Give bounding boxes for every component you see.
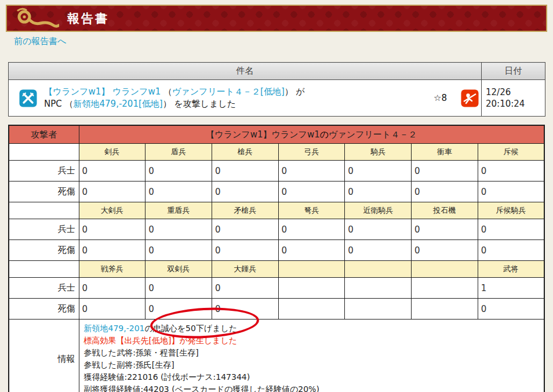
casualties-row: 死傷 0 0 0 0 0 0 0 [9,240,544,261]
soldier-count-cell: 0 [212,219,278,240]
soldier-count-cell: 0 [478,161,544,182]
casualty-count-cell [278,299,345,320]
casualty-count-cell: 0 [278,240,345,261]
soldier-count-cell [412,278,478,299]
previous-report-link[interactable]: 前の報告書へ [14,36,67,47]
soldier-count-cell: 0 [79,278,145,299]
casualty-count-cell: 0 [412,182,478,202]
unit-header-cell: 盾兵 [145,144,212,161]
casualty-count-cell: 0 [145,240,212,261]
subject-line-1: 【ウランフw1】 ウランフw1 （ヴァンフリート４－２[低地]） が [44,86,305,98]
date-value-line2: 20:10:24 [486,98,544,110]
origin-base-link[interactable]: ヴァンフリート４－２[低地] [172,86,285,97]
unit-header-cell: 大鍾兵 [212,261,278,278]
unit-header-cell: 弩兵 [278,202,345,219]
subject-column-header: 件名 [9,63,482,80]
info-line-deputy-exp: 副将獲得経験値:44203 (ベースカードの獲得した経験値の20%) [84,383,540,392]
unit-header-cell [412,261,478,278]
unit-header-row: 大剣兵 重盾兵 矛槍兵 弩兵 近衛騎兵 投石機 斥候騎兵 [9,202,544,219]
unit-header-cell: 近衛騎兵 [345,202,412,219]
casualty-count-cell: 0 [345,182,412,202]
soldier-count-cell: 0 [345,161,412,182]
corner-cell [9,202,79,219]
soldiers-row: 兵士 0 0 0 1 [9,278,544,299]
unit-header-row: 戦斧兵 双剣兵 大鍾兵 武将 [9,261,544,278]
date-value-line1: 12/26 [486,86,544,98]
target-territory-link[interactable]: 新領地479,-201[低地] [74,99,163,109]
casualty-count-cell: 0 [278,182,345,202]
casualties-row-label: 死傷 [9,299,79,320]
soldier-count-cell: 0 [278,219,345,240]
soldier-count-cell: 0 [412,219,478,240]
corner-cell [9,144,79,161]
attacker-label: 攻撃者 [9,125,79,144]
casualties-row: 死傷 0 0 0 0 [9,299,544,320]
subject-header-row: 件名 日付 [9,63,545,80]
attacker-name: 【ウランフw1】ウランフw1 [206,129,319,140]
casualty-count-cell: 0 [345,240,412,261]
page-title: 報告書 [67,10,109,27]
casualty-count-cell: 0 [145,299,212,320]
soldiers-row-label: 兵士 [9,278,79,299]
plain-text: ） が [285,86,305,97]
subject-line-2: NPC （新領地479,-201[低地]） を攻撃しました [44,98,305,110]
unit-header-cell: 衝車 [412,144,478,161]
unit-header-cell: 大剣兵 [79,202,145,219]
soldiers-row: 兵士 0 0 0 0 0 0 0 [9,161,544,182]
soldiers-row-label: 兵士 [9,161,79,182]
soldier-count-cell: 0 [478,219,544,240]
army-base-name: ヴァンフリート４－２ [329,129,417,140]
casualty-count-cell [412,299,478,320]
soldier-count-cell: 1 [478,278,544,299]
crossed-swords-icon [19,89,37,107]
territory-link[interactable]: 新領地479,-201 [84,324,145,333]
unit-header-cell: 剣兵 [79,144,145,161]
unit-header-cell: 槍兵 [212,144,278,161]
soldier-count-cell: 0 [145,278,212,299]
info-line-generals: 参戦した武将:孫策・程普[生存] [84,347,540,359]
report-header-banner: 報告書 [6,5,547,32]
casualty-count-cell: 0 [212,182,278,202]
casualty-count-cell: 0 [79,299,145,320]
casualty-count-cell: 0 [79,182,145,202]
casualties-row: 死傷 0 0 0 0 0 0 0 [9,182,544,202]
soldier-count-cell: 0 [212,161,278,182]
casualty-count-cell: 0 [478,299,544,320]
plain-text: ） を攻撃しました [163,99,237,109]
soldiers-row: 兵士 0 0 0 0 0 0 0 [9,219,544,240]
casualty-count-cell: 0 [412,240,478,261]
casualty-count-cell: 0 [145,182,212,202]
subject-text: 【ウランフw1】 ウランフw1 （ヴァンフリート４－２[低地]） が NPC （… [44,86,305,110]
info-row-label: 情報 [9,320,79,392]
attacker-army-title: 【ウランフw1】ウランフw1のヴァンフリート４－２ [79,125,544,144]
casualty-count-cell: 0 [478,240,544,261]
info-row: 情報 新領地479,-201の忠誠心を50下げました 標高効果【出兵先[低地]】… [9,320,544,392]
casualty-count-cell: 0 [79,240,145,261]
unit-header-cell: 戦斧兵 [79,261,145,278]
unit-header-cell: 騎兵 [345,144,412,161]
alliance-tag-link[interactable]: 【ウランフw1】 [44,86,110,97]
unit-header-cell: 弓兵 [278,144,345,161]
star-rating: ☆8 [434,93,447,103]
unit-header-row: 剣兵 盾兵 槍兵 弓兵 騎兵 衝車 斥候 [9,144,544,161]
casualties-row-label: 死傷 [9,240,79,261]
unit-header-cell: 投石機 [412,202,478,219]
plain-text: （ [161,86,172,97]
attack-soldier-icon [461,89,479,107]
casualty-count-cell: 0 [212,299,278,320]
player-name-link[interactable]: ウランフw1 [110,86,161,97]
casualty-count-cell [345,299,412,320]
unit-header-cell: 重盾兵 [145,202,212,219]
unit-header-cell: 斥候 [478,144,544,161]
casualty-count-cell: 0 [212,240,278,261]
info-line-deputy: 参戦した副将:孫氏[生存] [84,359,540,371]
soldier-count-cell: 0 [79,161,145,182]
battle-report-table: 攻撃者 【ウランフw1】ウランフw1のヴァンフリート４－２ 剣兵 盾兵 槍兵 弓… [8,125,545,392]
unit-header-cell [278,261,345,278]
date-column-header: 日付 [482,63,545,80]
soldier-count-cell [345,278,412,299]
subject-cell: 【ウランフw1】 ウランフw1 （ヴァンフリート４－２[低地]） が NPC （… [9,80,482,117]
soldier-count-cell: 0 [412,161,478,182]
soldier-count-cell [278,278,345,299]
info-line-elevation-effect: 標高効果【出兵先[低地]】が発生しました [84,335,540,347]
